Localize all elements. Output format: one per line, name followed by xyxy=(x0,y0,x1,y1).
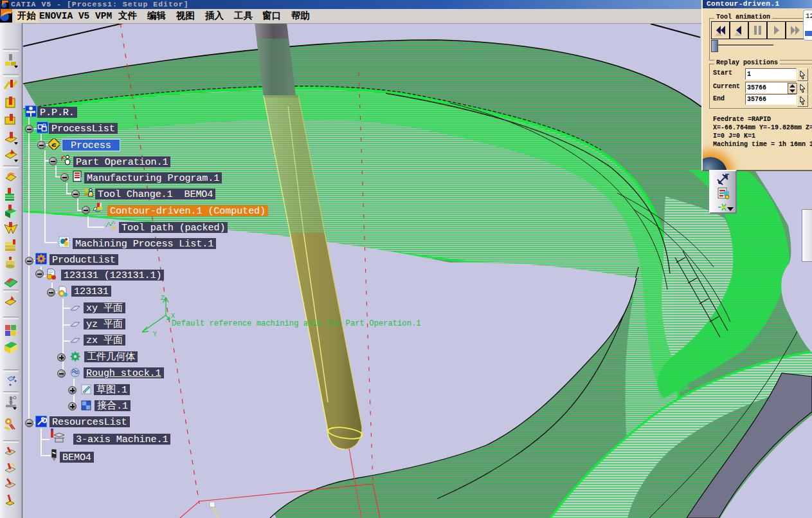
svg-text:Default reference machining ax: Default reference machining axis for Par… xyxy=(172,319,421,328)
svg-text:Z: Z xyxy=(161,295,165,302)
svg-text:Y: Y xyxy=(153,331,157,338)
